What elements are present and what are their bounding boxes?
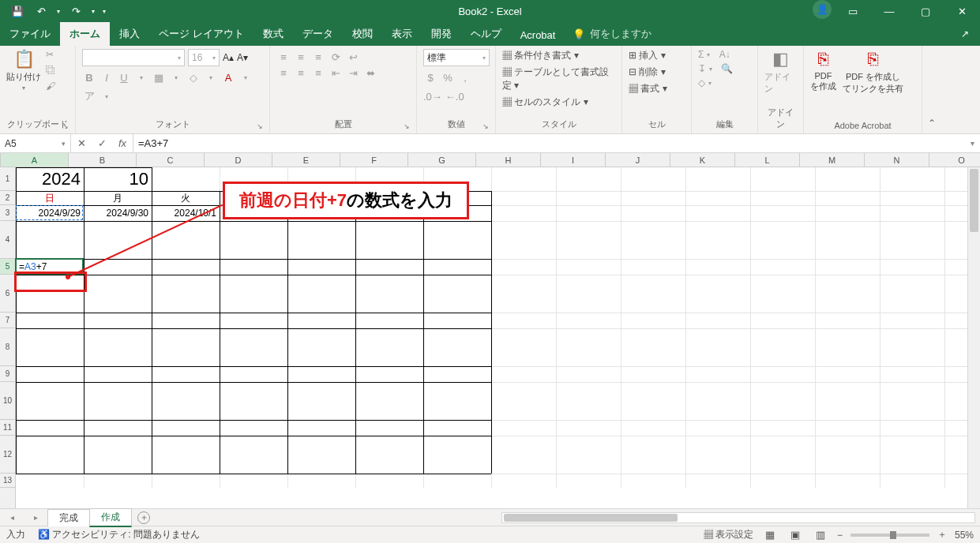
- sort-icon[interactable]: A↓: [719, 49, 730, 60]
- dialog-launcher-icon[interactable]: ↘: [62, 122, 69, 130]
- zoom-slider[interactable]: [850, 534, 929, 537]
- border-icon[interactable]: ▦: [152, 69, 166, 85]
- minimize-button[interactable]: —: [871, 0, 907, 22]
- cell[interactable]: 火: [153, 191, 218, 205]
- row-header[interactable]: 6: [0, 275, 15, 313]
- column-header[interactable]: I: [541, 153, 606, 167]
- font-color-dropdown[interactable]: ▾: [238, 69, 253, 85]
- column-header[interactable]: G: [408, 153, 476, 167]
- clear-dropdown[interactable]: ▾: [708, 80, 712, 87]
- format-as-table[interactable]: ▦ テーブルとして書式設定 ▾: [502, 66, 615, 92]
- tab-file[interactable]: ファイル: [0, 22, 60, 46]
- tab-acrobat[interactable]: Acrobat: [511, 24, 565, 46]
- zoom-level[interactable]: 55%: [955, 530, 974, 541]
- bold-button[interactable]: B: [82, 69, 96, 85]
- dialog-launcher-icon[interactable]: ↘: [257, 122, 263, 130]
- tab-help[interactable]: ヘルプ: [461, 22, 511, 46]
- align-center-icon[interactable]: ≡: [294, 65, 308, 81]
- tell-me[interactable]: 💡 何をしますか: [565, 22, 659, 46]
- close-button[interactable]: ✕: [944, 0, 980, 22]
- sheet-tab[interactable]: 作成: [89, 508, 132, 527]
- pdf-share-button[interactable]: ⎘ PDF を作成し てリンクを共有: [843, 49, 903, 95]
- column-header[interactable]: L: [735, 153, 800, 167]
- row-header[interactable]: 1: [0, 167, 15, 191]
- font-size-combo[interactable]: 16▾: [188, 49, 220, 66]
- cell[interactable]: 月: [85, 191, 150, 205]
- cell[interactable]: 10: [85, 167, 150, 191]
- redo-button[interactable]: ↷: [65, 2, 87, 21]
- underline-dropdown[interactable]: ▾: [134, 69, 148, 85]
- tab-formulas[interactable]: 数式: [253, 22, 293, 46]
- display-settings[interactable]: ▦ 表示設定: [704, 528, 753, 541]
- decrease-font-icon[interactable]: A▾: [237, 52, 248, 63]
- cell[interactable]: 2024/10/1: [153, 205, 218, 221]
- indent-decrease-icon[interactable]: ⇤: [329, 65, 343, 81]
- format-cells[interactable]: ▦ 書式 ▾: [629, 82, 685, 95]
- tab-data[interactable]: データ: [293, 22, 343, 46]
- enter-formula-button[interactable]: ✓: [92, 134, 112, 153]
- pdf-create-button[interactable]: ⎘ PDF を作成: [810, 49, 836, 95]
- insert-cells[interactable]: ⊞ 挿入 ▾: [629, 49, 685, 62]
- collapse-ribbon-icon[interactable]: ⌃: [922, 46, 941, 133]
- copy-icon[interactable]: ⿻: [46, 65, 55, 76]
- row-header[interactable]: 12: [0, 436, 15, 474]
- cancel-formula-button[interactable]: ✕: [71, 134, 92, 153]
- status-accessibility[interactable]: ♿ アクセシビリティ: 問題ありません: [38, 528, 200, 541]
- column-header[interactable]: B: [69, 153, 137, 167]
- row-header[interactable]: 3: [0, 205, 15, 221]
- insert-function-button[interactable]: fx: [112, 134, 133, 153]
- cell[interactable]: 2024/9/30: [85, 205, 150, 221]
- align-top-icon[interactable]: ≡: [276, 49, 291, 65]
- scrollbar-thumb[interactable]: [504, 514, 678, 522]
- italic-button[interactable]: I: [100, 69, 114, 85]
- comma-icon[interactable]: ,: [458, 69, 472, 85]
- cells-area[interactable]: 202410日月火2024/9/292024/9/302024/10/1=A3+…: [16, 167, 980, 508]
- addin-button[interactable]: ◧ アドイン: [764, 49, 797, 95]
- scrollbar-thumb[interactable]: [970, 169, 978, 232]
- column-header[interactable]: O: [929, 153, 980, 167]
- indent-increase-icon[interactable]: ⇥: [346, 65, 360, 81]
- align-middle-icon[interactable]: ≡: [294, 49, 308, 65]
- account-avatar-icon[interactable]: 👤: [813, 0, 832, 19]
- column-header[interactable]: H: [476, 153, 541, 167]
- align-bottom-icon[interactable]: ≡: [311, 49, 325, 65]
- column-header[interactable]: N: [865, 153, 929, 167]
- zoom-in-icon[interactable]: ＋: [937, 528, 947, 541]
- column-header[interactable]: J: [606, 153, 670, 167]
- row-header[interactable]: 10: [0, 382, 15, 420]
- percent-icon[interactable]: %: [441, 69, 455, 85]
- dialog-launcher-icon[interactable]: ↘: [404, 122, 410, 130]
- fill-color-dropdown[interactable]: ▾: [204, 69, 218, 85]
- autosum-icon[interactable]: Σ: [698, 49, 704, 60]
- phonetic-dropdown[interactable]: ▾: [100, 88, 114, 104]
- clear-icon[interactable]: ◇: [698, 77, 705, 88]
- conditional-formatting[interactable]: ▦ 条件付き書式 ▾: [502, 49, 615, 62]
- sheet-nav-next-icon[interactable]: ▸: [34, 513, 38, 522]
- number-format-combo[interactable]: 標準▾: [423, 49, 490, 66]
- share-button[interactable]: ↗: [956, 25, 974, 43]
- column-header[interactable]: M: [800, 153, 865, 167]
- row-header[interactable]: 2: [0, 191, 15, 205]
- qat-customize[interactable]: ▾: [100, 2, 109, 21]
- merge-cells-icon[interactable]: ⬌: [363, 65, 377, 81]
- new-sheet-button[interactable]: ＋: [137, 511, 150, 524]
- phonetic-icon[interactable]: ア: [82, 88, 96, 104]
- sheet-tab[interactable]: 完成: [47, 509, 90, 526]
- underline-button[interactable]: U: [117, 69, 131, 85]
- cut-icon[interactable]: ✂: [46, 49, 55, 60]
- increase-decimal-icon[interactable]: .0→: [423, 88, 442, 104]
- orientation-icon[interactable]: ⟳: [329, 49, 343, 65]
- fill-dropdown[interactable]: ▾: [709, 66, 712, 73]
- redo-dropdown[interactable]: ▾: [88, 2, 98, 21]
- autosum-dropdown[interactable]: ▾: [707, 51, 710, 58]
- name-box[interactable]: A5: [0, 134, 71, 152]
- row-header[interactable]: 8: [0, 328, 15, 366]
- font-name-combo[interactable]: ▾: [82, 49, 185, 66]
- row-header[interactable]: 9: [0, 366, 15, 382]
- tab-home[interactable]: ホーム: [60, 22, 110, 46]
- sheet-nav-prev-icon[interactable]: ◂: [10, 513, 14, 522]
- dialog-launcher-icon[interactable]: ↘: [482, 122, 489, 130]
- vertical-scrollbar[interactable]: [967, 167, 980, 508]
- maximize-button[interactable]: ▢: [907, 0, 944, 22]
- save-button[interactable]: 💾: [6, 2, 28, 21]
